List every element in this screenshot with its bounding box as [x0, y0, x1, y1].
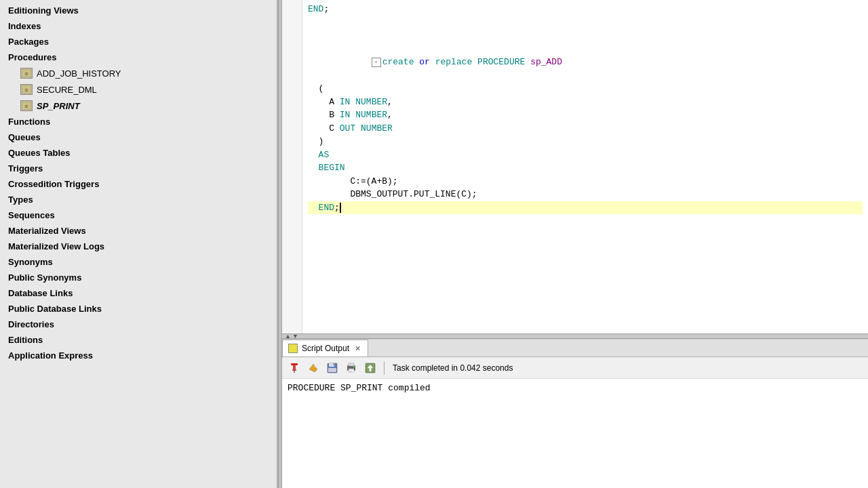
output-tab-bar: Script Output ✕ [282, 340, 868, 357]
svg-rect-14 [349, 371, 352, 371]
svg-rect-1 [293, 365, 296, 369]
procedure-icon: ≡ [20, 84, 33, 95]
svg-rect-11 [349, 363, 354, 366]
svg-rect-8 [333, 363, 334, 365]
code-line: A IN NUMBER, [308, 96, 863, 109]
sidebar-item-database-links[interactable]: Database Links [0, 285, 277, 301]
svg-rect-9 [328, 368, 336, 372]
output-content[interactable]: PROCEDURE SP_PRINT compiled [282, 379, 868, 488]
sidebar-item-triggers[interactable]: Triggers [0, 161, 277, 176]
code-line: AS [308, 148, 863, 162]
code-line-end: END; [308, 201, 863, 215]
code-line [308, 16, 863, 30]
sidebar-item-materialized-view-logs[interactable]: Materialized View Logs [0, 239, 277, 254]
svg-point-15 [353, 366, 355, 367]
print-icon [346, 363, 357, 373]
code-content[interactable]: END; -create or replace PROCEDURE sp_ADD… [302, 0, 868, 333]
sidebar: Editioning Views Indexes Packages Proced… [0, 0, 278, 488]
export-icon [365, 363, 376, 373]
code-editor[interactable]: END; -create or replace PROCEDURE sp_ADD… [282, 0, 868, 333]
horizontal-splitter[interactable]: ▲ ▼ [282, 333, 868, 339]
sidebar-item-materialized-views[interactable]: Materialized Views [0, 223, 277, 239]
sidebar-item-queues-tables[interactable]: Queues Tables [0, 145, 277, 161]
sidebar-item-secure-dml[interactable]: ≡ SECURE_DML [0, 81, 277, 98]
sidebar-item-application-express[interactable]: Application Express [0, 348, 277, 363]
svg-marker-4 [309, 364, 317, 372]
erase-button[interactable] [305, 360, 321, 376]
pin-icon [289, 363, 300, 373]
svg-rect-0 [291, 363, 298, 365]
output-line: PROCEDURE SP_PRINT compiled [288, 383, 863, 393]
save-button[interactable] [324, 360, 340, 376]
sidebar-item-procedures[interactable]: Procedures [0, 49, 277, 65]
sidebar-item-editioning-views[interactable]: Editioning Views [0, 3, 277, 18]
export-button[interactable] [362, 360, 378, 376]
sidebar-item-public-database-links[interactable]: Public Database Links [0, 301, 277, 317]
sidebar-item-types[interactable]: Types [0, 192, 277, 207]
procedure-icon: ≡ [20, 68, 33, 79]
sidebar-item-functions[interactable]: Functions [0, 114, 277, 129]
code-line: ( [308, 82, 863, 96]
code-line: C OUT NUMBER [308, 122, 863, 136]
sidebar-item-queues[interactable]: Queues [0, 129, 277, 145]
sidebar-item-synonyms[interactable]: Synonyms [0, 254, 277, 270]
script-output-tab[interactable]: Script Output ✕ [282, 340, 368, 357]
sidebar-item-public-synonyms[interactable]: Public Synonyms [0, 270, 277, 285]
sidebar-item-sequences[interactable]: Sequences [0, 207, 277, 223]
code-line: END; [308, 3, 863, 16]
code-line: C:=(A+B); [308, 175, 863, 188]
sidebar-item-add-job-history[interactable]: ≡ ADD_JOB_HISTORY [0, 65, 277, 81]
svg-rect-13 [349, 369, 353, 370]
script-output-tab-label: Script Output [302, 344, 349, 353]
erase-icon [308, 363, 319, 373]
print-button[interactable] [343, 360, 359, 376]
collapse-button[interactable]: - [372, 58, 381, 67]
sidebar-item-directories[interactable]: Directories [0, 317, 277, 332]
toolbar-separator [384, 361, 384, 375]
save-icon [327, 363, 338, 373]
sidebar-item-sp-print[interactable]: ≡ SP_PRINT [0, 98, 277, 114]
output-toolbar: Task completed in 0.042 seconds [282, 357, 868, 379]
sidebar-item-crossedition-triggers[interactable]: Crossedition Triggers [0, 176, 277, 192]
tab-close-button[interactable]: ✕ [353, 344, 362, 353]
sidebar-item-editions[interactable]: Editions [0, 332, 277, 348]
pin-button[interactable] [286, 360, 302, 376]
code-line: ) [308, 135, 863, 148]
procedure-icon: ≡ [20, 100, 33, 111]
svg-rect-12 [349, 369, 354, 372]
script-output-tab-icon [288, 344, 298, 353]
code-line: B IN NUMBER, [308, 108, 863, 122]
code-line: -create or replace PROCEDURE sp_ADD [308, 43, 863, 83]
code-line: DBMS_OUTPUT.PUT_LINE(C); [308, 188, 863, 201]
line-gutter [282, 0, 302, 333]
output-panel: Script Output ✕ [282, 339, 868, 488]
sidebar-item-indexes[interactable]: Indexes [0, 18, 277, 34]
code-line: BEGIN [308, 161, 863, 175]
status-text: Task completed in 0.042 seconds [393, 363, 513, 373]
svg-rect-3 [294, 371, 295, 373]
svg-rect-2 [292, 369, 296, 371]
right-panel: END; -create or replace PROCEDURE sp_ADD… [282, 0, 868, 488]
sidebar-item-packages[interactable]: Packages [0, 34, 277, 49]
code-line [308, 29, 863, 43]
